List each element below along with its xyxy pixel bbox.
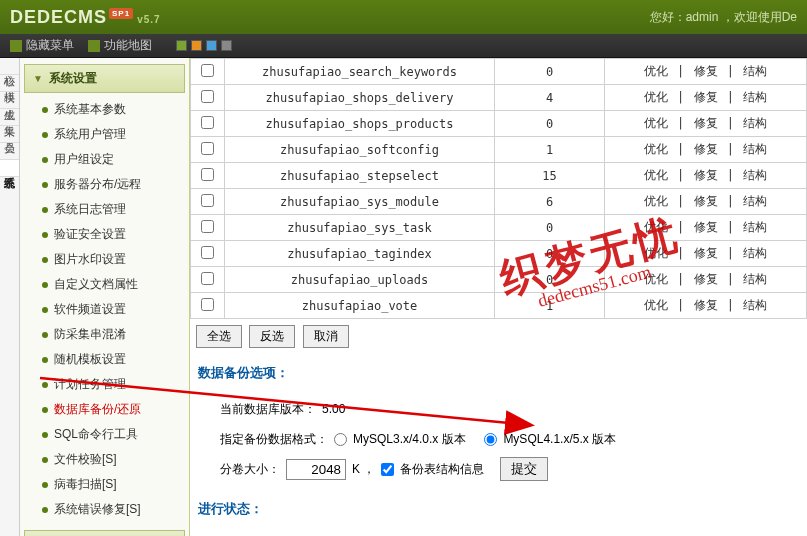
- row-checkbox[interactable]: [201, 246, 214, 259]
- row-checkbox[interactable]: [201, 64, 214, 77]
- repair-link[interactable]: 修复: [694, 168, 718, 182]
- sidebar-item[interactable]: 图片水印设置: [42, 247, 185, 272]
- struct-link[interactable]: 结构: [743, 194, 767, 208]
- optimize-link[interactable]: 优化: [644, 272, 668, 286]
- optimize-link[interactable]: 优化: [644, 90, 668, 104]
- repair-link[interactable]: 修复: [694, 298, 718, 312]
- swatch-gray[interactable]: [221, 40, 232, 51]
- logo: DEDECMSSP1v5.7: [10, 7, 161, 28]
- sidetab-system[interactable]: 系统: [0, 160, 19, 177]
- format-radio-3x[interactable]: [334, 433, 347, 446]
- row-checkbox[interactable]: [201, 90, 214, 103]
- sidebar-item[interactable]: 系统基本参数: [42, 97, 185, 122]
- sidebar-item-label: 用户组设定: [54, 151, 114, 168]
- logo-version: v5.7: [137, 14, 160, 25]
- sidebar-item[interactable]: SQL命令行工具: [42, 422, 185, 447]
- struct-link[interactable]: 结构: [743, 220, 767, 234]
- optimize-link[interactable]: 优化: [644, 194, 668, 208]
- volume-input[interactable]: [286, 459, 346, 480]
- record-count-cell: 15: [495, 163, 605, 189]
- struct-link[interactable]: 结构: [743, 64, 767, 78]
- sidebar-item[interactable]: 病毒扫描[S]: [42, 472, 185, 497]
- sidebar-item[interactable]: 文件校验[S]: [42, 447, 185, 472]
- repair-link[interactable]: 修复: [694, 116, 718, 130]
- row-checkbox[interactable]: [201, 142, 214, 155]
- bullet-icon: [42, 507, 48, 513]
- repair-link[interactable]: 修复: [694, 64, 718, 78]
- struct-link[interactable]: 结构: [743, 298, 767, 312]
- optimize-link[interactable]: 优化: [644, 142, 668, 156]
- struct-checkbox[interactable]: [381, 463, 394, 476]
- toolbar: 隐藏菜单 功能地图: [0, 34, 807, 58]
- table-row: zhusufapiao_stepselect15优化 | 修复 | 结构: [191, 163, 807, 189]
- sidebar-header-system[interactable]: ▼ 系统设置: [24, 64, 185, 93]
- table-name-cell: zhusufapiao_sys_module: [225, 189, 495, 215]
- logo-badge: SP1: [109, 8, 133, 19]
- swatch-green[interactable]: [176, 40, 187, 51]
- ops-cell: 优化 | 修复 | 结构: [605, 85, 807, 111]
- repair-link[interactable]: 修复: [694, 90, 718, 104]
- select-all-button[interactable]: 全选: [196, 325, 242, 348]
- repair-link[interactable]: 修复: [694, 272, 718, 286]
- sidetab-member[interactable]: 会员: [0, 126, 19, 143]
- sidetab-core[interactable]: 核心: [0, 58, 19, 75]
- struct-link[interactable]: 结构: [743, 246, 767, 260]
- submit-button[interactable]: 提交: [500, 457, 548, 481]
- row-checkbox[interactable]: [201, 272, 214, 285]
- sidebar-item[interactable]: 计划任务管理: [42, 372, 185, 397]
- sidebar-item[interactable]: 验证安全设置: [42, 222, 185, 247]
- sidetab-module[interactable]: 模块: [0, 75, 19, 92]
- record-count-cell: 1: [495, 137, 605, 163]
- sidebar-item[interactable]: 系统用户管理: [42, 122, 185, 147]
- sidebar-item-label: 系统错误修复[S]: [54, 501, 141, 518]
- sitemap-icon: [88, 40, 100, 52]
- sidetab-generate[interactable]: 生成: [0, 92, 19, 109]
- struct-link[interactable]: 结构: [743, 90, 767, 104]
- sidebar-item[interactable]: 系统错误修复[S]: [42, 497, 185, 522]
- sidebar-item[interactable]: 系统日志管理: [42, 197, 185, 222]
- swatch-orange[interactable]: [191, 40, 202, 51]
- struct-link[interactable]: 结构: [743, 142, 767, 156]
- sidebar-item[interactable]: 防采集串混淆: [42, 322, 185, 347]
- sidebar-item[interactable]: 自定义文档属性: [42, 272, 185, 297]
- cancel-button[interactable]: 取消: [303, 325, 349, 348]
- optimize-link[interactable]: 优化: [644, 168, 668, 182]
- row-checkbox[interactable]: [201, 220, 214, 233]
- sidebar-item[interactable]: 服务器分布/远程: [42, 172, 185, 197]
- optimize-link[interactable]: 优化: [644, 64, 668, 78]
- sidebar-item[interactable]: 随机模板设置: [42, 347, 185, 372]
- struct-link[interactable]: 结构: [743, 116, 767, 130]
- row-checkbox[interactable]: [201, 116, 214, 129]
- backup-options: 当前数据库版本： 5.00 指定备份数据格式： MySQL3.x/4.0.x 版…: [190, 388, 807, 490]
- sidetab-template[interactable]: 模板: [0, 143, 19, 160]
- optimize-link[interactable]: 优化: [644, 246, 668, 260]
- hide-menu-link[interactable]: 隐藏菜单: [10, 37, 74, 54]
- repair-link[interactable]: 修复: [694, 220, 718, 234]
- repair-link[interactable]: 修复: [694, 194, 718, 208]
- sidebar-item[interactable]: 软件频道设置: [42, 297, 185, 322]
- struct-link[interactable]: 结构: [743, 272, 767, 286]
- repair-link[interactable]: 修复: [694, 246, 718, 260]
- menu-icon: [10, 40, 22, 52]
- struct-link[interactable]: 结构: [743, 168, 767, 182]
- sidebar-item[interactable]: 用户组设定: [42, 147, 185, 172]
- app-header: DEDECMSSP1v5.7 您好：admin ，欢迎使用De: [0, 0, 807, 34]
- ops-cell: 优化 | 修复 | 结构: [605, 241, 807, 267]
- optimize-link[interactable]: 优化: [644, 116, 668, 130]
- invert-button[interactable]: 反选: [249, 325, 295, 348]
- row-checkbox[interactable]: [201, 298, 214, 311]
- row-checkbox[interactable]: [201, 168, 214, 181]
- row-checkbox[interactable]: [201, 194, 214, 207]
- sidebar-item-label: 验证安全设置: [54, 226, 126, 243]
- format-radio-4x[interactable]: [484, 433, 497, 446]
- optimize-link[interactable]: 优化: [644, 220, 668, 234]
- sidebar-header-payment[interactable]: ▼ 支付工具: [24, 530, 185, 536]
- sidebar-item[interactable]: 数据库备份/还原: [42, 397, 185, 422]
- swatch-blue[interactable]: [206, 40, 217, 51]
- sitemap-link[interactable]: 功能地图: [88, 37, 152, 54]
- table-name-cell: zhusufapiao_shops_products: [225, 111, 495, 137]
- sidetab-collect[interactable]: 采集: [0, 109, 19, 126]
- repair-link[interactable]: 修复: [694, 142, 718, 156]
- optimize-link[interactable]: 优化: [644, 298, 668, 312]
- sidebar-item-label: 数据库备份/还原: [54, 401, 141, 418]
